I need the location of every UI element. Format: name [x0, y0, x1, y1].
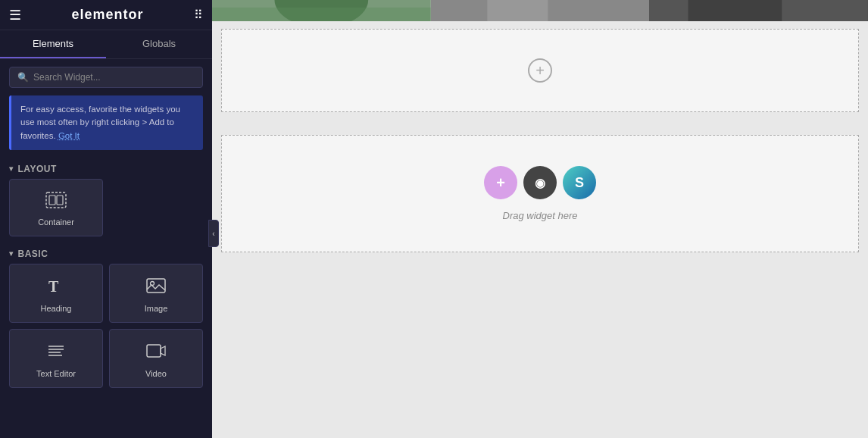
heading-icon: T — [45, 277, 67, 298]
search-input[interactable] — [33, 72, 195, 83]
drag-icon-add[interactable]: + — [484, 166, 517, 199]
collapse-handle[interactable]: ‹ — [208, 220, 219, 247]
video-icon — [145, 342, 167, 363]
basic-widgets-grid: T Heading Image — [0, 264, 212, 394]
drag-section[interactable]: + ◉ S Drag widget here — [221, 135, 859, 252]
svg-rect-4 — [147, 279, 165, 293]
add-section-button[interactable]: + — [528, 58, 552, 83]
basic-label: Basic — [18, 249, 48, 259]
apps-icon[interactable]: ⠿ — [194, 8, 203, 22]
hamburger-icon[interactable]: ☰ — [9, 7, 21, 23]
gap-spacer — [212, 120, 868, 135]
folder-icon: ◉ — [535, 176, 545, 190]
widget-heading[interactable]: T Heading — [9, 264, 103, 323]
sidebar-tabs: Elements Globals — [0, 30, 212, 59]
heading-label: Heading — [41, 304, 72, 313]
image-placeholder-svg-3 — [649, 0, 868, 21]
image-placeholder-svg-1 — [212, 0, 431, 21]
container-icon — [45, 192, 67, 211]
drag-icons-row: + ◉ S — [484, 166, 596, 199]
dashed-section-empty[interactable]: + — [221, 29, 859, 112]
search-icon: 🔍 — [17, 72, 29, 83]
basic-chevron-icon: ▾ — [9, 249, 14, 258]
drag-text: Drag widget here — [503, 210, 578, 221]
image-block-3 — [649, 0, 868, 21]
widget-image[interactable]: Image — [109, 264, 203, 323]
tip-text: For easy access, favorite the widgets yo… — [20, 105, 180, 140]
image-block-2 — [431, 0, 650, 21]
container-label: Container — [38, 217, 74, 227]
svg-rect-1 — [49, 196, 55, 205]
sidebar: ☰ elementor ⠿ Elements Globals 🔍 For eas… — [0, 0, 212, 438]
svg-rect-2 — [57, 196, 63, 205]
drag-icon-s[interactable]: S — [563, 166, 596, 199]
plus-icon: + — [535, 62, 545, 80]
layout-section-title[interactable]: ▾ Layout — [0, 158, 212, 179]
svg-rect-10 — [147, 345, 161, 357]
text-editor-icon — [45, 342, 67, 363]
widget-container[interactable]: Container — [9, 179, 103, 236]
layout-label: Layout — [18, 164, 57, 174]
collapse-icon: ‹ — [212, 230, 214, 238]
image-placeholder-svg-2 — [431, 0, 650, 21]
drag-icon-folder[interactable]: ◉ — [523, 166, 557, 199]
canvas-area: + + ◉ S Drag widget here — [212, 0, 868, 438]
main-canvas: + + ◉ S Drag widget here — [212, 0, 868, 438]
svg-text:T: T — [48, 278, 59, 295]
svg-rect-13 — [212, 8, 431, 21]
logo: elementor — [71, 7, 143, 23]
image-label: Image — [145, 304, 168, 313]
tab-elements[interactable]: Elements — [0, 30, 106, 58]
add-icon: + — [496, 174, 505, 192]
image-block-1 — [212, 0, 431, 21]
search-box: 🔍 — [9, 67, 203, 88]
layout-widgets-grid: Container — [0, 179, 212, 242]
images-strip — [212, 0, 868, 21]
image-icon — [145, 277, 167, 298]
basic-section-title[interactable]: ▾ Basic — [0, 242, 212, 264]
search-area: 🔍 — [0, 59, 212, 95]
tab-globals[interactable]: Globals — [106, 30, 212, 58]
tip-got-it-link[interactable]: Got It — [58, 131, 80, 140]
layout-chevron-icon: ▾ — [9, 164, 14, 173]
video-label: Video — [145, 369, 167, 378]
svg-rect-17 — [688, 0, 782, 21]
text-editor-label: Text Editor — [36, 369, 76, 378]
sidebar-header: ☰ elementor ⠿ — [0, 0, 212, 30]
widget-video[interactable]: Video — [109, 329, 203, 388]
svg-point-5 — [151, 281, 155, 285]
svg-rect-15 — [487, 0, 548, 21]
widget-text-editor[interactable]: Text Editor — [9, 329, 103, 388]
tip-box: For easy access, favorite the widgets yo… — [9, 95, 203, 150]
s-icon: S — [575, 175, 584, 191]
